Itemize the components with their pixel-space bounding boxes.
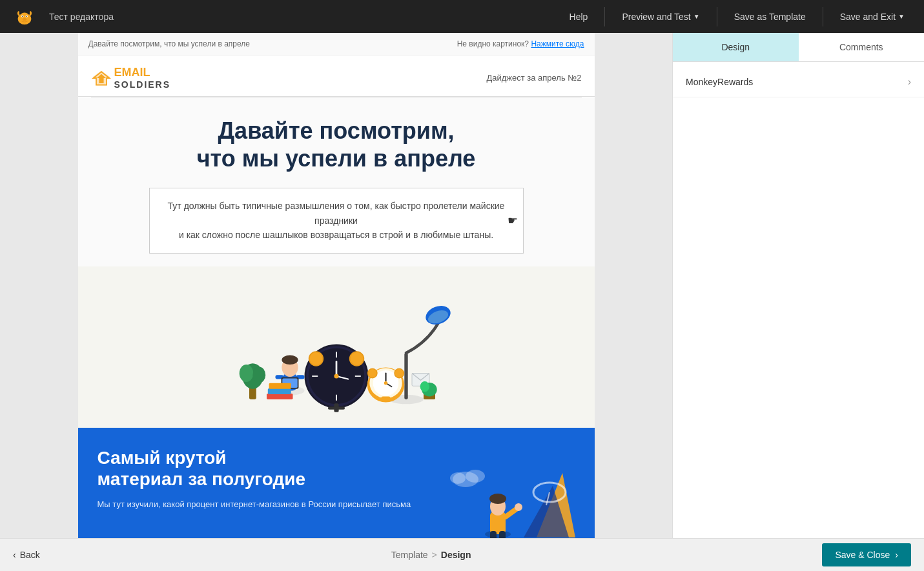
email-illustration <box>78 266 595 428</box>
svg-point-47 <box>239 365 253 382</box>
breadcrumb-template: Template <box>391 550 428 560</box>
hero-title: Давайте посмотрим,что мы успели в апреле <box>117 117 556 172</box>
svg-point-59 <box>489 494 506 504</box>
image-note-link[interactable]: Нажмите сюда <box>531 39 584 48</box>
help-button[interactable]: Help <box>560 6 597 27</box>
email-blue-section: Самый крутойматериал за полугодие Мы тут… <box>78 428 595 538</box>
svg-point-33 <box>384 381 387 385</box>
svg-point-40 <box>282 355 298 364</box>
panel-content: MonkeyRewards › <box>673 62 924 538</box>
nav-divider-2 <box>717 7 717 26</box>
nav-divider-1 <box>604 7 605 26</box>
preview-test-button[interactable]: Preview and Test ▼ <box>613 6 708 27</box>
chevron-right-icon: › <box>908 76 911 88</box>
tab-design[interactable]: Design <box>673 33 799 61</box>
back-arrow-icon: ‹ <box>13 550 16 560</box>
svg-point-5 <box>26 15 27 17</box>
breadcrumb-current: Design <box>441 550 471 560</box>
svg-point-55 <box>420 381 429 392</box>
email-logo-text: EMAIL SOLDIERS <box>114 66 171 90</box>
email-logo-line2: SOLDIERS <box>114 79 171 90</box>
app-logo <box>10 3 39 31</box>
svg-rect-11 <box>404 353 407 399</box>
blue-section-text: Самый крутойматериал за полугодие Мы тут… <box>98 447 433 511</box>
email-text-block[interactable]: Тут должны быть типичные размышления о т… <box>149 188 524 253</box>
svg-point-24 <box>309 352 323 366</box>
preview-test-label: Preview and Test <box>622 12 690 22</box>
save-exit-label: Save and Exit <box>840 12 896 22</box>
dropdown-arrow-icon: ▼ <box>693 13 700 20</box>
email-hero: Давайте посмотрим,что мы успели в апреле… <box>78 97 595 266</box>
email-logo-line1: EMAIL <box>114 66 171 79</box>
email-preview-scroll[interactable]: Давайте посмотрим, что мы успели в апрел… <box>0 33 672 538</box>
svg-point-23 <box>334 374 338 378</box>
editor-title: Тест редактора <box>49 12 560 22</box>
breadcrumb-separator: > <box>432 550 437 560</box>
blue-section-title: Самый крутойматериал за полугодие <box>98 447 433 490</box>
preheader-text: Давайте посмотрим, что мы успели в апрел… <box>88 39 250 48</box>
top-navigation: Тест редактора Help Preview and Test ▼ S… <box>0 0 924 33</box>
svg-rect-51 <box>269 383 291 388</box>
image-note-text: Не видно картинок? <box>457 39 529 48</box>
save-close-button[interactable]: Save & Close › <box>822 543 911 566</box>
panel-tabs: Design Comments <box>673 33 924 62</box>
digest-label: Дайджест за апрель №2 <box>486 73 581 83</box>
svg-rect-63 <box>499 531 506 538</box>
svg-rect-36 <box>381 396 390 401</box>
svg-point-6 <box>23 18 26 21</box>
blue-section-body: Мы тут изучили, какой процент интернет-м… <box>98 498 433 511</box>
save-close-label: Save & Close <box>835 550 890 560</box>
save-template-button[interactable]: Save as Template <box>725 6 815 27</box>
bottom-bar: ‹ Back Template > Design Save & Close › <box>0 538 924 571</box>
save-exit-button[interactable]: Save and Exit ▼ <box>831 6 914 27</box>
monkey-rewards-label: MonkeyRewards <box>686 77 753 87</box>
email-preview-wrapper: Давайте посмотрим, что мы успели в апрел… <box>0 33 672 538</box>
svg-line-60 <box>506 508 517 517</box>
save-exit-arrow-icon: ▼ <box>898 13 905 20</box>
nav-actions: Help Preview and Test ▼ Save as Template… <box>560 6 914 27</box>
svg-point-4 <box>22 15 23 17</box>
monkey-rewards-section[interactable]: MonkeyRewards › <box>673 67 924 97</box>
svg-point-25 <box>349 352 364 366</box>
svg-rect-62 <box>490 531 497 538</box>
main-area: Давайте посмотрим, что мы успели в апрел… <box>0 33 924 538</box>
svg-point-1 <box>19 12 30 23</box>
email-preheader: Давайте посмотрим, что мы успели в апрел… <box>78 33 595 55</box>
svg-point-48 <box>252 366 265 383</box>
email-soldiers-logo-icon <box>91 69 112 87</box>
breadcrumb: Template > Design <box>391 550 471 560</box>
preheader-image-note: Не видно картинок? Нажмите сюда <box>457 39 584 48</box>
svg-rect-49 <box>267 394 293 399</box>
svg-point-35 <box>395 368 404 377</box>
cursor-icon: ☛ <box>508 212 518 230</box>
blue-section-image <box>446 447 575 538</box>
svg-point-69 <box>466 470 485 483</box>
svg-rect-50 <box>267 388 291 394</box>
svg-point-34 <box>367 368 376 377</box>
illustration-svg <box>220 279 453 415</box>
nav-divider-3 <box>823 7 823 26</box>
back-label: Back <box>20 550 40 560</box>
back-button[interactable]: ‹ Back <box>13 550 40 560</box>
right-panel: Design Comments MonkeyRewards › <box>672 33 924 538</box>
email-logo: EMAIL SOLDIERS <box>91 66 171 90</box>
blue-section-svg <box>446 447 575 538</box>
svg-point-70 <box>450 472 466 484</box>
text-block-content: Тут должны быть типичные размышления о т… <box>168 201 505 240</box>
svg-point-61 <box>515 503 522 511</box>
email-header: EMAIL SOLDIERS Дайджест за апрель №2 <box>78 55 595 97</box>
email-container: Давайте посмотрим, что мы успели в апрел… <box>78 33 595 538</box>
mailchimp-logo-icon <box>14 6 35 27</box>
save-close-arrow-icon: › <box>895 550 898 560</box>
tab-comments[interactable]: Comments <box>799 33 925 61</box>
